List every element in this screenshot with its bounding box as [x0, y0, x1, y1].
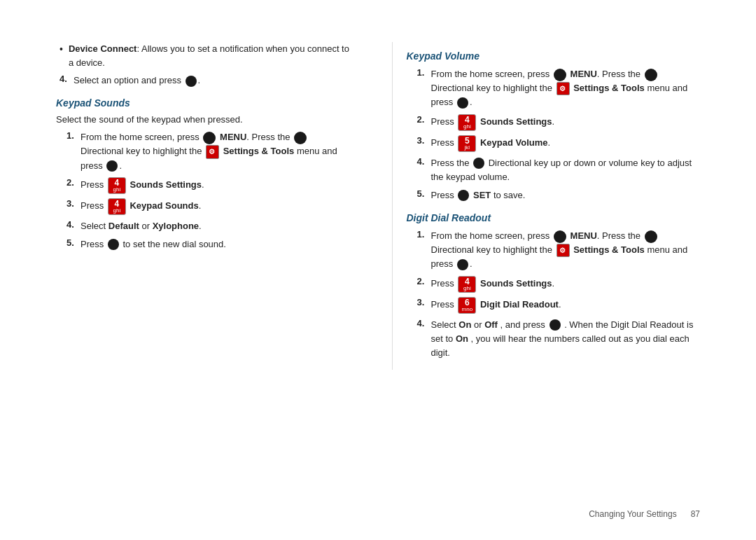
dd-key-6mno-badge: 6 mno	[458, 297, 476, 314]
kv-step2-content: Press 4 ghi Sounds Settings.	[431, 114, 701, 131]
dd-step1-num: 1.	[417, 229, 431, 240]
ks-intro: Select the sound of the keypad when pres…	[56, 114, 350, 125]
dd-settings-tools-icon	[556, 244, 570, 258]
kv-step4: 4. Press the Directional key up or down …	[417, 156, 701, 184]
keypad-volume-section: Keypad Volume 1. From the home screen, p…	[407, 50, 701, 202]
left-column: • Device Connect: Allows you to set a no…	[56, 42, 364, 370]
ks-step2: 2. Press 4 ghi Sounds Settings.	[66, 177, 350, 194]
ok-btn-icon	[106, 160, 118, 172]
dd-step4: 4. Select On or Off , and press . When t…	[417, 318, 701, 360]
device-connect-item: • Device Connect: Allows you to set a no…	[56, 42, 350, 69]
settings-tools-icon	[206, 145, 219, 159]
dd-ok-select-btn-icon	[550, 319, 561, 331]
kv-key-5jkl-badge: 5 jkl	[458, 135, 476, 152]
key-4ghi-badge: 4 ghi	[108, 177, 126, 194]
ks-step4-content: Select Default or Xylophone.	[80, 219, 350, 233]
kv-set-btn-icon	[458, 190, 469, 201]
ks-step1-num: 1.	[66, 130, 80, 141]
directional-button-icon	[294, 132, 307, 144]
kv-dir-btn-icon	[645, 69, 657, 81]
step4-item: 4. Select an option and press .	[59, 74, 350, 88]
key-4ghi-badge2: 4 ghi	[108, 198, 126, 215]
kv-step5-content: Press SET to save.	[431, 188, 701, 202]
device-connect-text: Device Connect: Allows you to set a noti…	[69, 42, 350, 69]
kv-step1: 1. From the home screen, press MENU. Pre…	[417, 67, 701, 110]
kv-menu-btn-icon	[554, 69, 566, 81]
ks-step1-content: From the home screen, press MENU. Press …	[80, 130, 350, 173]
ks-step3: 3. Press 4 ghi Keypad Sounds.	[66, 198, 350, 215]
ks-step5: 5. Press to set the new dial sound.	[66, 237, 350, 251]
ks-step3-num: 3.	[66, 198, 80, 209]
kv-step3-content: Press 5 jkl Keypad Volume.	[431, 135, 701, 152]
kv-key-4ghi-badge: 4 ghi	[458, 114, 476, 131]
dd-step2-content: Press 4 ghi Sounds Settings.	[431, 276, 701, 293]
menu-button-icon	[203, 132, 216, 144]
dd-step1-content: From the home screen, press MENU. Press …	[431, 229, 701, 272]
kv-step2-num: 2.	[417, 114, 431, 125]
digit-dial-section: Digit Dial Readout 1. From the home scre…	[407, 212, 701, 360]
kv-step5: 5. Press SET to save.	[417, 188, 701, 202]
footer-page-number: 87	[691, 509, 700, 519]
dd-dir-btn-icon	[645, 230, 657, 243]
step4-number: 4.	[59, 74, 74, 84]
kv-step4-num: 4.	[417, 156, 431, 167]
keypad-sounds-section: Keypad Sounds Select the sound of the ke…	[56, 97, 350, 251]
kv-step4-content: Press the Directional key up or down or …	[431, 156, 701, 184]
dd-step1: 1. From the home screen, press MENU. Pre…	[417, 229, 701, 272]
ks-step4-num: 4.	[66, 219, 80, 230]
bullet-dot: •	[59, 43, 63, 69]
dd-step4-num: 4.	[417, 318, 431, 328]
kv-step1-content: From the home screen, press MENU. Press …	[431, 67, 701, 110]
kv-step5-num: 5.	[417, 188, 431, 199]
dd-menu-btn-icon	[554, 230, 566, 243]
ks-step3-content: Press 4 ghi Keypad Sounds.	[80, 198, 350, 215]
dd-step3: 3. Press 6 mno Digit Dial Readout.	[417, 297, 701, 314]
ks-step1: 1. From the home screen, press MENU. Pre…	[66, 130, 350, 173]
ks-step4: 4. Select Default or Xylophone.	[66, 219, 350, 233]
kv-settings-tools-icon	[556, 82, 570, 96]
keypad-volume-title: Keypad Volume	[407, 50, 701, 62]
dd-key-4ghi-badge: 4 ghi	[458, 276, 476, 293]
step4-content: Select an option and press .	[74, 74, 350, 88]
ks-step2-num: 2.	[66, 177, 80, 188]
kv-step3-num: 3.	[417, 135, 431, 146]
kv-step1-num: 1.	[417, 67, 431, 78]
dd-step2: 2. Press 4 ghi Sounds Settings.	[417, 276, 701, 293]
ks-step5-num: 5.	[66, 237, 80, 248]
digit-dial-title: Digit Dial Readout	[407, 212, 701, 223]
ks-step2-content: Press 4 ghi Sounds Settings.	[80, 177, 350, 194]
ks-step5-content: Press to set the new dial sound.	[80, 237, 350, 251]
page-footer: Changing Your Settings 87	[589, 509, 700, 519]
dd-step4-content: Select On or Off , and press . When the …	[431, 318, 701, 360]
kv-ok-btn-icon	[457, 97, 468, 109]
dd-step3-content: Press 6 mno Digit Dial Readout.	[431, 297, 701, 314]
set-btn-icon	[108, 239, 119, 250]
right-column: Keypad Volume 1. From the home screen, p…	[392, 42, 701, 370]
keypad-sounds-title: Keypad Sounds	[56, 97, 350, 109]
dd-step2-num: 2.	[417, 276, 431, 286]
kv-dir-up-btn-icon	[473, 158, 484, 169]
ok-button-icon	[186, 76, 197, 87]
footer-label: Changing Your Settings	[589, 509, 676, 519]
dd-step3-num: 3.	[417, 297, 431, 307]
kv-step3: 3. Press 5 jkl Keypad Volume.	[417, 135, 701, 152]
kv-step2: 2. Press 4 ghi Sounds Settings.	[417, 114, 701, 131]
dd-ok-btn-icon	[457, 259, 468, 270]
